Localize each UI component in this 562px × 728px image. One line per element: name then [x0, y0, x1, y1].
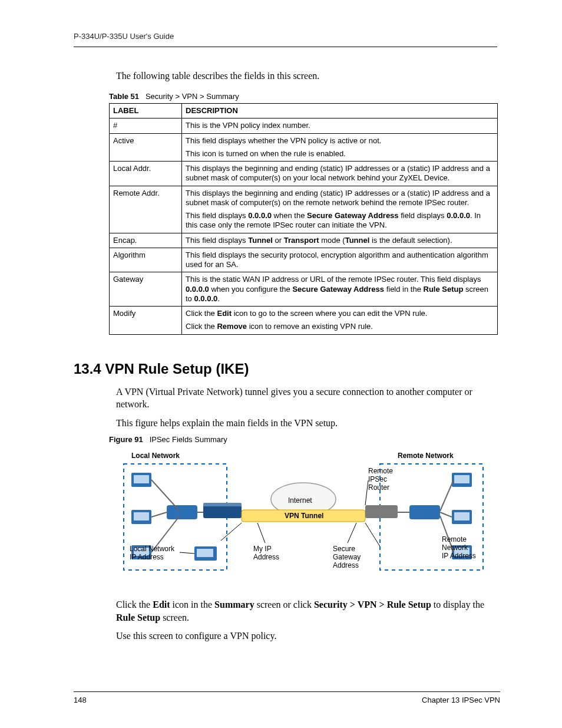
label-remote-network: Remote Network: [398, 452, 454, 460]
svg-line-36: [348, 523, 356, 543]
svg-line-10: [151, 512, 167, 517]
label-secure-gw-l3: Address: [333, 561, 359, 569]
field-description-table: LABEL DESCRIPTION #This is the VPN polic…: [109, 103, 498, 335]
svg-rect-8: [167, 505, 197, 519]
row-label: Algorithm: [110, 248, 182, 272]
svg-line-17: [221, 523, 242, 541]
intro-paragraph: The following table describes the fields…: [116, 71, 497, 81]
svg-rect-12: [203, 505, 242, 518]
figure-caption-label: Figure 91: [109, 435, 143, 444]
table-row: #This is the VPN policy index number.: [110, 118, 498, 133]
svg-rect-33: [197, 549, 213, 557]
figure-caption-text: IPSec Fields Summary: [150, 435, 227, 444]
table-row: Local Addr.This displays the beginning a…: [110, 162, 498, 186]
label-remote-ipsec-router-l3: Router: [368, 483, 389, 492]
table-header-row: LABEL DESCRIPTION: [110, 104, 498, 118]
label-my-ip-l1: My IP: [253, 545, 272, 553]
label-remote-net-ip-l3: IP Address: [442, 552, 476, 560]
label-secure-gw-l1: Secure: [333, 545, 355, 553]
table-caption-label: Table 51: [109, 92, 139, 101]
table-row: AlgorithmThis field displays the securit…: [110, 248, 498, 272]
svg-rect-3: [134, 475, 149, 483]
chapter-label: Chapter 13 IPSec VPN: [422, 696, 500, 704]
svg-line-30: [440, 512, 452, 517]
table-row: GatewayThis is the static WAN IP address…: [110, 272, 498, 307]
svg-line-34: [180, 552, 194, 554]
table-caption: Table 51 Security > VPN > Summary: [109, 92, 497, 101]
page-number: 148: [74, 696, 87, 704]
row-label: Remote Addr.: [110, 186, 182, 233]
page: P-334U/P-335U User's Guide The following…: [0, 0, 562, 728]
section-paragraph: Use this screen to configure a VPN polic…: [116, 630, 497, 643]
row-description: This field displays whether the VPN poli…: [182, 133, 498, 162]
figure-caption: Figure 91 IPSec Fields Summary: [109, 435, 497, 444]
label-secure-gw-l2: Gateway: [333, 553, 361, 561]
table-row: Remote Addr.This displays the beginning …: [110, 186, 498, 233]
table-row: ModifyClick the Edit icon to go to the s…: [110, 307, 498, 335]
table-body: #This is the VPN policy index number.Act…: [110, 118, 498, 334]
table-caption-text: Security > VPN > Summary: [146, 92, 239, 101]
svg-rect-21: [409, 505, 440, 519]
svg-rect-5: [134, 512, 149, 521]
ipsec-figure: Local Network Remote Network Internet V: [121, 446, 486, 590]
col-header-description: DESCRIPTION: [182, 104, 498, 118]
label-remote-net-ip-l1: Remote: [442, 535, 467, 543]
label-local-network: Local Network: [131, 452, 180, 460]
row-description: This is the VPN policy index number.: [182, 118, 498, 133]
row-label: Local Addr.: [110, 162, 182, 186]
row-label: Active: [110, 133, 182, 162]
section-paragraph: A VPN (Virtual Private Network) tunnel g…: [116, 386, 497, 411]
label-local-net-ip-l1: Local Network: [130, 545, 175, 553]
svg-rect-19: [365, 505, 398, 518]
row-label: Modify: [110, 307, 182, 335]
row-description: This field displays Tunnel or Transport …: [182, 233, 498, 248]
row-description: Click the Edit icon to go to the screen …: [182, 307, 498, 335]
section-paragraph: This figure helps explain the main field…: [116, 417, 497, 430]
label-remote-ipsec-router-l1: Remote: [368, 467, 393, 475]
label-my-ip-l2: Address: [253, 553, 279, 561]
label-internet: Internet: [288, 496, 312, 505]
label-vpn-tunnel: VPN Tunnel: [285, 512, 323, 520]
row-description: This displays the beginning and ending (…: [182, 162, 498, 186]
svg-rect-26: [454, 512, 470, 521]
row-description: This field displays the security protoco…: [182, 248, 498, 272]
label-remote-net-ip-l2: Network: [442, 543, 468, 552]
row-label: Gateway: [110, 272, 182, 307]
table-row: Encap.This field displays Tunnel or Tran…: [110, 233, 498, 248]
svg-line-35: [257, 523, 265, 543]
section-heading: 13.4 VPN Rule Setup (IKE): [74, 361, 497, 377]
row-description: This is the static WAN IP address or URL…: [182, 272, 498, 307]
table-row: ActiveThis field displays whether the VP…: [110, 133, 498, 162]
row-label: Encap.: [110, 233, 182, 248]
ipsec-diagram-svg: Local Network Remote Network Internet V: [121, 446, 486, 588]
page-footer: 148 Chapter 13 IPSec VPN: [74, 691, 500, 704]
svg-rect-13: [203, 503, 242, 506]
svg-line-18: [365, 523, 380, 546]
label-remote-ipsec-router-l2: IPSec: [368, 475, 387, 483]
col-header-label: LABEL: [110, 104, 182, 118]
row-description: This displays the beginning and ending (…: [182, 186, 498, 233]
section-paragraph: Click the Edit icon in the Summary scree…: [116, 598, 497, 624]
svg-rect-24: [454, 475, 470, 483]
svg-line-9: [151, 480, 180, 511]
svg-line-29: [440, 480, 454, 511]
row-label: #: [110, 118, 182, 133]
label-local-net-ip-l2: IP Address: [130, 553, 164, 561]
running-header: P-334U/P-335U User's Guide: [74, 32, 497, 47]
